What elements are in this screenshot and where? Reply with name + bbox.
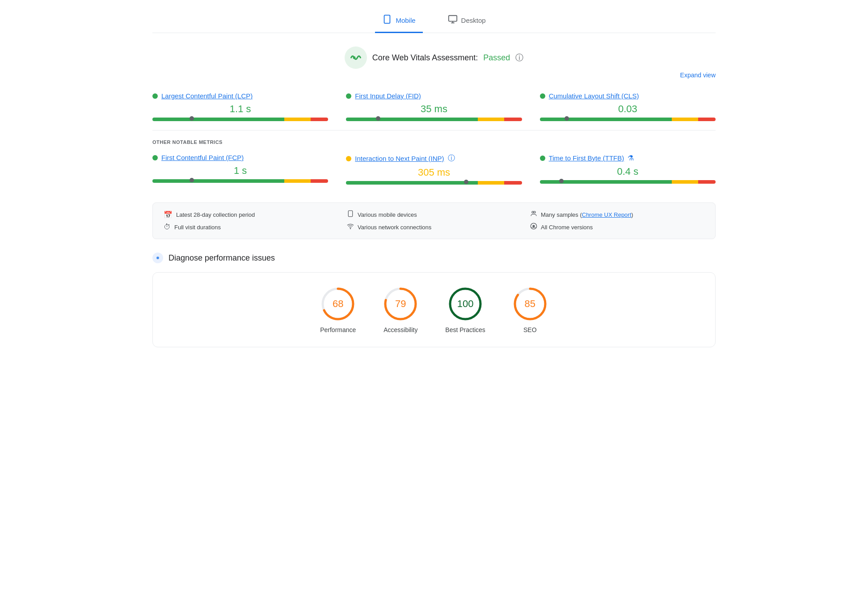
diagnose-section: Diagnose performance issues 68 Performan… — [152, 253, 716, 347]
fid-link[interactable]: First Input Delay (FID) — [355, 92, 421, 100]
fid-label-row: First Input Delay (FID) — [346, 92, 522, 100]
inp-dot — [346, 156, 351, 161]
info-collection-period: 📅 Latest 28-day collection period — [164, 210, 338, 219]
metric-inp: Interaction to Next Paint (INP) ⓘ 305 ms — [346, 154, 522, 185]
score-card-accessibility[interactable]: 79 Accessibility — [383, 286, 418, 333]
svg-point-5 — [353, 56, 355, 59]
cwv-section: Core Web Vitals Assessment: Passed ⓘ Exp… — [152, 46, 716, 83]
other-metrics-grid: First Contentful Paint (FCP) 1 s Interac… — [152, 154, 716, 194]
other-notable-label: OTHER NOTABLE METRICS — [152, 139, 716, 145]
ttfb-flask-icon: ⚗ — [628, 154, 634, 162]
svg-point-8 — [534, 211, 535, 213]
collection-period-text: Latest 28-day collection period — [176, 211, 255, 218]
score-card-best-practices[interactable]: 100 Best Practices — [445, 286, 485, 333]
device-tabs: Mobile Desktop — [152, 9, 716, 33]
svg-point-9 — [350, 228, 350, 229]
lcp-link[interactable]: Largest Contentful Paint (LCP) — [161, 92, 253, 100]
fid-value: 35 ms — [346, 103, 522, 115]
mobile-devices-text: Various mobile devices — [358, 211, 417, 218]
desktop-icon — [448, 14, 458, 26]
cwv-icon — [345, 46, 367, 69]
accessibility-circle: 79 — [383, 286, 418, 322]
seo-label: SEO — [523, 326, 537, 333]
mobile-devices-icon — [347, 210, 354, 219]
lcp-bar — [152, 118, 328, 121]
fcp-value: 1 s — [152, 165, 328, 177]
timer-icon: ⏱ — [164, 223, 171, 231]
tab-desktop[interactable]: Desktop — [441, 9, 493, 33]
cls-dot — [540, 93, 545, 99]
core-metrics-grid: Largest Contentful Paint (LCP) 1.1 s Fir… — [152, 92, 716, 131]
diagnose-header: Diagnose performance issues — [152, 253, 716, 263]
performance-score: 68 — [333, 298, 343, 310]
info-full-visit: ⏱ Full visit durations — [164, 223, 338, 232]
inp-info-icon[interactable]: ⓘ — [448, 154, 455, 163]
cwv-status: Passed — [483, 53, 510, 63]
svg-rect-2 — [448, 16, 456, 21]
ttfb-label-row: Time to First Byte (TTFB) ⚗ — [540, 154, 716, 162]
svg-rect-6 — [348, 211, 352, 216]
ttfb-dot — [540, 156, 545, 161]
chrome-versions-text: All Chrome versions — [541, 224, 593, 231]
ttfb-bar — [540, 180, 716, 184]
lcp-value: 1.1 s — [152, 103, 328, 115]
info-mobile-devices: Various mobile devices — [347, 210, 521, 219]
svg-point-14 — [157, 257, 158, 258]
inp-label-row: Interaction to Next Paint (INP) ⓘ — [346, 154, 522, 163]
calendar-icon: 📅 — [164, 211, 173, 219]
fcp-dot — [152, 155, 158, 160]
lcp-dot — [152, 93, 158, 99]
info-footer: 📅 Latest 28-day collection period Variou… — [152, 202, 716, 239]
mobile-icon — [382, 14, 392, 26]
best-practices-score: 100 — [457, 298, 474, 310]
expand-view-button[interactable]: Expand view — [152, 72, 716, 79]
best-practices-label: Best Practices — [445, 326, 485, 333]
network-icon — [347, 223, 354, 232]
diagnose-title: Diagnose performance issues — [169, 253, 275, 263]
fcp-bar — [152, 179, 328, 183]
performance-label: Performance — [320, 326, 356, 333]
inp-value: 305 ms — [346, 167, 522, 178]
ttfb-link[interactable]: Time to First Byte (TTFB) — [549, 154, 624, 162]
diagnose-icon — [152, 253, 163, 263]
cls-link[interactable]: Cumulative Layout Shift (CLS) — [549, 92, 639, 100]
full-visit-text: Full visit durations — [174, 224, 221, 231]
fcp-link[interactable]: First Contentful Paint (FCP) — [161, 154, 244, 161]
metric-cls: Cumulative Layout Shift (CLS) 0.03 — [540, 92, 716, 121]
svg-point-11 — [532, 225, 535, 227]
seo-circle: 85 — [512, 286, 548, 322]
tab-mobile-label: Mobile — [396, 17, 415, 24]
accessibility-score: 79 — [395, 298, 406, 310]
score-card-performance[interactable]: 68 Performance — [320, 286, 356, 333]
info-samples: Many samples (Chrome UX Report) — [530, 210, 704, 219]
network-text: Various network connections — [358, 224, 431, 231]
score-card-seo[interactable]: 85 SEO — [512, 286, 548, 333]
seo-score: 85 — [525, 298, 535, 310]
accessibility-label: Accessibility — [383, 326, 417, 333]
info-network: Various network connections — [347, 223, 521, 232]
cwv-info-icon[interactable]: ⓘ — [515, 52, 523, 63]
score-cards-container: 68 Performance 79 Accessibility — [152, 272, 716, 347]
tab-mobile[interactable]: Mobile — [375, 9, 422, 33]
best-practices-circle: 100 — [447, 286, 483, 322]
lcp-label-row: Largest Contentful Paint (LCP) — [152, 92, 328, 100]
chrome-versions-icon — [530, 223, 537, 232]
cwv-title-text: Core Web Vitals Assessment: — [372, 53, 478, 63]
ttfb-value: 0.4 s — [540, 166, 716, 177]
cls-value: 0.03 — [540, 103, 716, 115]
performance-circle: 68 — [320, 286, 356, 322]
inp-link[interactable]: Interaction to Next Paint (INP) — [355, 155, 444, 162]
chrome-ux-report-link[interactable]: Chrome UX Report — [582, 211, 632, 218]
fcp-label-row: First Contentful Paint (FCP) — [152, 154, 328, 161]
cwv-header: Core Web Vitals Assessment: Passed ⓘ — [345, 46, 523, 69]
metric-fcp: First Contentful Paint (FCP) 1 s — [152, 154, 328, 185]
samples-text: Many samples (Chrome UX Report) — [541, 211, 633, 218]
tab-desktop-label: Desktop — [461, 17, 486, 24]
samples-icon — [530, 210, 537, 219]
fid-dot — [346, 93, 351, 99]
inp-bar — [346, 181, 522, 185]
info-chrome-versions: All Chrome versions — [530, 223, 704, 232]
metric-ttfb: Time to First Byte (TTFB) ⚗ 0.4 s — [540, 154, 716, 185]
metric-fid: First Input Delay (FID) 35 ms — [346, 92, 522, 121]
fid-bar — [346, 118, 522, 121]
